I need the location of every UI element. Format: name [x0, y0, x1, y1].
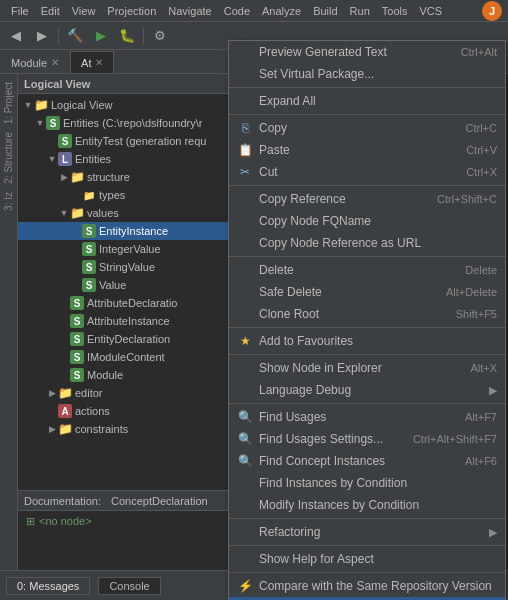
context-menu: Preview Generated Text Ctrl+Alt Set Virt… [228, 40, 506, 600]
ctx-sep-5 [229, 327, 505, 328]
ctx-copy[interactable]: ⎘ Copy Ctrl+C [229, 117, 505, 139]
tree-item-entities[interactable]: ▼ L Entities [18, 150, 235, 168]
doc-tab-concept[interactable]: ConceptDeclaration [103, 493, 216, 509]
ctx-delete[interactable]: Delete Delete [229, 259, 505, 281]
tree-item-module[interactable]: S Module [18, 366, 235, 384]
ctx-preview-generated-text[interactable]: Preview Generated Text Ctrl+Alt [229, 41, 505, 63]
tree-item-integervalue[interactable]: S IntegerValue [18, 240, 235, 258]
menu-edit[interactable]: Edit [36, 4, 65, 18]
label: structure [87, 171, 130, 183]
label: types [99, 189, 125, 201]
arrow: ▶ [58, 172, 70, 182]
side-label-project[interactable]: 1: Project [3, 78, 14, 128]
ctx-sep-4 [229, 256, 505, 257]
tab-at[interactable]: At ✕ [70, 51, 114, 73]
label: values [87, 207, 119, 219]
s-icon: S [58, 134, 72, 148]
ctx-find-usages[interactable]: 🔍 Find Usages Alt+F7 [229, 406, 505, 428]
ctx-find-instances-by-condition[interactable]: Find Instances by Condition [229, 472, 505, 494]
ctx-show-help-for-aspect[interactable]: Show Help for Aspect [229, 548, 505, 570]
tree-item-entitydeclaration[interactable]: S EntityDeclaration [18, 330, 235, 348]
toolbar-build-btn[interactable]: 🔨 [63, 25, 87, 47]
package-icon [237, 66, 253, 82]
tab-module[interactable]: Module ✕ [0, 51, 70, 73]
tree-item-actions[interactable]: A actions [18, 402, 235, 420]
find-cond-icon [237, 475, 253, 491]
arrow: ▼ [34, 118, 46, 128]
status-tab-console[interactable]: Console [98, 577, 160, 595]
refactor-arrow: ▶ [489, 526, 497, 539]
tree-item-attributedeclaratio[interactable]: S AttributeDeclaratio [18, 294, 235, 312]
arrow: ▼ [58, 208, 70, 218]
folder-icon: 📁 [58, 386, 72, 400]
folder-icon: 📁 [70, 206, 84, 220]
toolbar-debug-btn[interactable]: 🐛 [115, 25, 139, 47]
menu-code[interactable]: Code [219, 4, 255, 18]
ctx-paste[interactable]: 📋 Paste Ctrl+V [229, 139, 505, 161]
tree-item-constraints[interactable]: ▶ 📁 constraints [18, 420, 235, 438]
tree-item-structure[interactable]: ▶ 📁 structure [18, 168, 235, 186]
ctx-sep-8 [229, 518, 505, 519]
ctx-copy-node-fqname[interactable]: Copy Node FQName [229, 210, 505, 232]
toolbar-run-btn[interactable]: ▶ [89, 25, 113, 47]
tree-item-stringvalue[interactable]: S StringValue [18, 258, 235, 276]
menu-run[interactable]: Run [345, 4, 375, 18]
project-panel-title: Logical View [24, 78, 90, 90]
ctx-copy-node-reference-url[interactable]: Copy Node Reference as URL [229, 232, 505, 254]
menu-projection[interactable]: Projection [102, 4, 161, 18]
clone-icon [237, 306, 253, 322]
toolbar-back-btn[interactable]: ◀ [4, 25, 28, 47]
status-tab-messages[interactable]: 0: Messages [6, 577, 90, 595]
ctx-find-usages-settings[interactable]: 🔍 Find Usages Settings... Ctrl+Alt+Shift… [229, 428, 505, 450]
compare-icon: ⚡ [237, 578, 253, 594]
ctx-compare-repository-version[interactable]: ⚡ Compare with the Same Repository Versi… [229, 575, 505, 597]
menu-tools[interactable]: Tools [377, 4, 413, 18]
tree-item-attributeinstance[interactable]: S AttributeInstance [18, 312, 235, 330]
label: Value [99, 279, 126, 291]
side-label-structure[interactable]: 2: Structure [3, 128, 14, 188]
doc-label: Documentation: [24, 495, 101, 507]
paste-icon: 📋 [237, 142, 253, 158]
arrow: ▼ [46, 154, 58, 164]
tree-item-value[interactable]: S Value [18, 276, 235, 294]
toolbar-fwd-btn[interactable]: ▶ [30, 25, 54, 47]
menu-build[interactable]: Build [308, 4, 342, 18]
menu-vcs[interactable]: VCS [414, 4, 447, 18]
doc-expand-icon[interactable]: ⊞ [26, 515, 35, 528]
ctx-copy-reference[interactable]: Copy Reference Ctrl+Shift+C [229, 188, 505, 210]
tree-item-editor[interactable]: ▶ 📁 editor [18, 384, 235, 402]
tree-item-values-folder[interactable]: ▼ 📁 values [18, 204, 235, 222]
ctx-language-debug[interactable]: Language Debug ▶ [229, 379, 505, 401]
project-panel: Logical View ▼ 📁 Logical View ▼ S Entiti… [18, 74, 236, 570]
ctx-refactoring[interactable]: Refactoring ▶ [229, 521, 505, 543]
menu-file[interactable]: File [6, 4, 34, 18]
s-icon: S [82, 224, 96, 238]
ctx-show-node-in-explorer[interactable]: Show Node in Explorer Alt+X [229, 357, 505, 379]
ctx-safe-delete[interactable]: Safe Delete Alt+Delete [229, 281, 505, 303]
tree-item-imodulecontent[interactable]: S IModuleContent [18, 348, 235, 366]
folder-icon: 📁 [58, 422, 72, 436]
a-icon: A [58, 404, 72, 418]
ctx-sep-2 [229, 114, 505, 115]
ctx-add-to-favourites[interactable]: ★ Add to Favourites [229, 330, 505, 352]
ctx-clone-root[interactable]: Clone Root Shift+F5 [229, 303, 505, 325]
ctx-expand-all[interactable]: Expand All [229, 90, 505, 112]
tree-item-entitytest[interactable]: S EntityTest (generation requ [18, 132, 235, 150]
menu-view[interactable]: View [67, 4, 101, 18]
tab-at-close[interactable]: ✕ [95, 57, 103, 68]
tree-item-types[interactable]: 📁 types [18, 186, 235, 204]
tree-item-entities-root[interactable]: ▼ S Entities (C:\repo\dslfoundry\r [18, 114, 235, 132]
tab-module-close[interactable]: ✕ [51, 57, 59, 68]
ctx-cut[interactable]: ✂ Cut Ctrl+X [229, 161, 505, 183]
ctx-modify-instances-by-condition[interactable]: Modify Instances by Condition [229, 494, 505, 516]
expand-icon [237, 93, 253, 109]
ctx-set-virtual-package[interactable]: Set Virtual Package... [229, 63, 505, 85]
side-label-iz[interactable]: 3: Iz [3, 188, 14, 215]
ctx-find-concept-instances[interactable]: 🔍 Find Concept Instances Alt+F6 [229, 450, 505, 472]
tree-item-entityinstance[interactable]: S EntityInstance [18, 222, 235, 240]
tree-item-logical-view[interactable]: ▼ 📁 Logical View [18, 96, 235, 114]
toolbar-settings-btn[interactable]: ⚙ [148, 25, 172, 47]
menu-analyze[interactable]: Analyze [257, 4, 306, 18]
menu-navigate[interactable]: Navigate [163, 4, 216, 18]
url-icon [237, 235, 253, 251]
